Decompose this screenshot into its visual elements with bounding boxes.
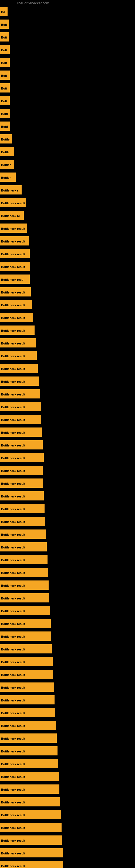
bar-row: Bottlen bbox=[0, 160, 14, 169]
bar-label: Bo bbox=[0, 7, 8, 16]
bar-label: Bottleneck result bbox=[0, 249, 30, 258]
bar-label: Bottleneck r bbox=[0, 185, 21, 194]
bar-row: Bottleneck result bbox=[0, 657, 53, 666]
bar-row: Bottlen bbox=[0, 147, 14, 156]
bar-label: Bottleneck result bbox=[0, 376, 39, 386]
bar-row: Bottleneck r bbox=[0, 185, 21, 194]
bar-label: Bottlen bbox=[0, 160, 14, 169]
bar-row: Bott bbox=[0, 70, 10, 80]
bar-row: Bottlen bbox=[0, 173, 16, 182]
bar-row: Bott bbox=[0, 32, 9, 41]
bar-row: Bottleneck result bbox=[0, 440, 43, 450]
bar-row: Bottleneck result bbox=[0, 555, 48, 564]
bar-label: Bott bbox=[0, 45, 10, 54]
bar-label: Bottleneck result bbox=[0, 581, 49, 590]
site-title: TheBottlenecker.com bbox=[16, 1, 49, 5]
bar-row: Bottleneck result bbox=[0, 746, 57, 755]
bar-row: Bottle bbox=[0, 134, 12, 144]
bar-row: Bottleneck result bbox=[0, 326, 35, 335]
bar-row: Bottleneck result bbox=[0, 364, 38, 373]
bar-label: Bottleneck result bbox=[0, 478, 43, 488]
bar-row: Bottl bbox=[0, 122, 10, 131]
bar-label: Bottleneck result bbox=[0, 300, 32, 309]
bar-label: Bott bbox=[0, 20, 9, 29]
bar-label: Bottleneck result bbox=[0, 784, 59, 794]
bar-label: Bottleneck result bbox=[0, 402, 41, 411]
bar-row: Bottleneck result bbox=[0, 631, 51, 641]
bar-row: Bottleneck result bbox=[0, 223, 27, 233]
bar-label: Bottleneck result bbox=[0, 759, 58, 768]
bar-label: Bottleneck result bbox=[0, 440, 43, 450]
bar-label: Bottleneck result bbox=[0, 810, 61, 819]
bar-label: Bottleneck result bbox=[0, 619, 51, 628]
bar-row: Bottleneck result bbox=[0, 695, 54, 705]
bar-label: Bottleneck result bbox=[0, 670, 53, 679]
bar-label: Bottleneck result bbox=[0, 491, 44, 500]
bar-row: Bo bbox=[0, 7, 8, 16]
bar-row: Bottleneck result bbox=[0, 262, 30, 271]
bar-row: Bottleneck result bbox=[0, 504, 45, 513]
bar-row: Bottleneck result bbox=[0, 236, 29, 246]
bar-row: Bott bbox=[0, 83, 10, 93]
bar-label: Bottleneck result bbox=[0, 262, 30, 271]
bar-row: Bott bbox=[0, 96, 10, 105]
bar-label: Bottleneck result bbox=[0, 236, 29, 246]
bar-row: Bottleneck result bbox=[0, 338, 36, 347]
bar-row: Bottleneck result bbox=[0, 593, 49, 602]
bar-label: Bottleneck result bbox=[0, 504, 45, 513]
bar-label: Bottleneck result bbox=[0, 606, 50, 615]
bar-label: Bottleneck result bbox=[0, 453, 44, 462]
bar-row: Bottleneck result bbox=[0, 784, 59, 794]
bar-row: Bottleneck result bbox=[0, 529, 46, 539]
bar-label: Bottleneck result bbox=[0, 644, 52, 653]
bar-label: Bottleneck resu bbox=[0, 275, 30, 284]
bar-label: Bottleneck result bbox=[0, 529, 46, 539]
bar-label: Bottleneck result bbox=[0, 364, 38, 373]
bar-label: Bottleneck result bbox=[0, 695, 54, 705]
bar-row: Bottleneck result bbox=[0, 810, 61, 819]
bar-label: Bottl bbox=[0, 109, 10, 118]
bar-row: Bottleneck result bbox=[0, 542, 47, 552]
bar-label: Bottleneck result bbox=[0, 466, 43, 475]
bar-label: Bottleneck result bbox=[0, 593, 49, 602]
bar-label: Bottlen bbox=[0, 147, 14, 156]
bar-label: Bottleneck result bbox=[0, 223, 27, 233]
bar-label: Bottleneck result bbox=[0, 415, 41, 424]
bar-label: Bottlen bbox=[0, 173, 16, 182]
bar-label: Bottleneck result bbox=[0, 313, 33, 322]
bar-label: Bottleneck result bbox=[0, 823, 61, 832]
bar-row: Bott bbox=[0, 58, 10, 67]
bar-label: Bottleneck result bbox=[0, 835, 62, 845]
bar-row: Bottleneck result bbox=[0, 708, 55, 717]
bar-label: Bottleneck re bbox=[0, 211, 24, 220]
bar-row: Bottleneck result bbox=[0, 453, 44, 462]
bar-row: Bottleneck re bbox=[0, 211, 24, 220]
bar-row: Bottleneck result bbox=[0, 861, 63, 868]
bar-label: Bott bbox=[0, 96, 10, 105]
bar-label: Bottleneck result bbox=[0, 326, 35, 335]
bar-row: Bottleneck result bbox=[0, 402, 41, 411]
bar-label: Bottleneck result bbox=[0, 568, 48, 577]
bar-label: Bottleneck result bbox=[0, 351, 37, 360]
bar-label: Bottleneck result bbox=[0, 682, 54, 692]
bar-label: Bottleneck result bbox=[0, 746, 57, 755]
bar-row: Bottleneck result bbox=[0, 734, 57, 743]
bar-row: Bottleneck result bbox=[0, 478, 43, 488]
bar-row: Bottleneck result bbox=[0, 581, 49, 590]
bar-row: Bottleneck result bbox=[0, 759, 58, 768]
bar-row: Bottleneck result bbox=[0, 835, 62, 845]
bar-label: Bottleneck result bbox=[0, 734, 57, 743]
bar-row: Bott bbox=[0, 20, 9, 29]
bar-label: Bottleneck result bbox=[0, 428, 42, 437]
bar-row: Bottleneck result bbox=[0, 466, 43, 475]
bar-row: Bottleneck result bbox=[0, 198, 26, 207]
bar-label: Bottleneck result bbox=[0, 631, 51, 641]
bar-label: Bottleneck result bbox=[0, 721, 56, 730]
bar-row: Bottleneck result bbox=[0, 848, 63, 858]
bar-row: Bottleneck result bbox=[0, 797, 60, 806]
bar-row: Bottleneck result bbox=[0, 313, 33, 322]
bar-row: Bottl bbox=[0, 109, 10, 118]
bar-row: Bottleneck result bbox=[0, 670, 53, 679]
bar-label: Bottleneck result bbox=[0, 772, 59, 781]
bar-label: Bottleneck result bbox=[0, 861, 63, 868]
